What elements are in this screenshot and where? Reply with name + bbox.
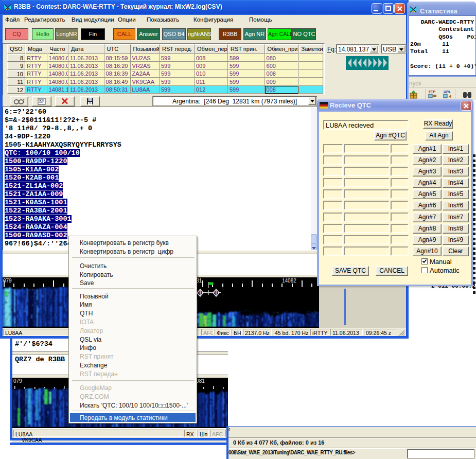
svg-text:URL: URL <box>444 90 451 94</box>
svg-text:FTP: FTP <box>429 90 436 94</box>
